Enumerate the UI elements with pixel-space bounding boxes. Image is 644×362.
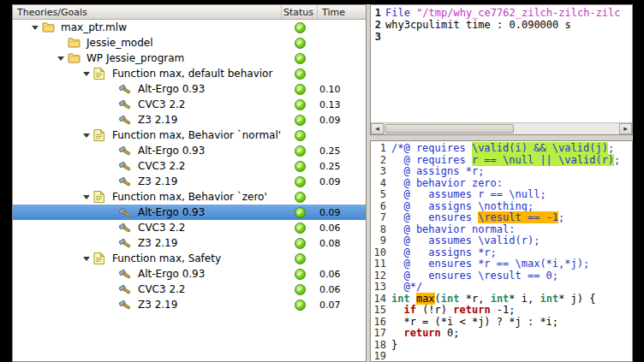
row-label: Z3 2.19 [136, 237, 282, 249]
status-valid-icon: ✔ [295, 284, 306, 295]
row-label: CVC3 2.2 [136, 222, 282, 234]
tree-row[interactable]: Z3 2.19✔0.09 [13, 112, 366, 128]
code-segment [410, 293, 416, 305]
tree-row[interactable]: Jessie_model✔ [13, 35, 366, 50]
code-line: 17 return 0; [373, 328, 632, 340]
status-valid-icon: ✔ [295, 161, 306, 172]
prover-output-text: 1File "/tmp/why_ce7762_zilch-zilch-zilc2… [371, 5, 632, 122]
row-label: CVC3 2.2 [136, 283, 282, 295]
tree-row[interactable]: Function max, Safety✔ [13, 251, 366, 266]
tree-row[interactable]: CVC3 2.2✔0.25 [13, 158, 366, 174]
prover-icon [119, 300, 136, 311]
indent-spacer [28, 135, 80, 136]
line-number: 19 [373, 351, 386, 362]
status-cell: ✔ [282, 145, 318, 157]
indent-spacer [28, 120, 105, 121]
output-horizontal-scrollbar[interactable]: ◂ ▸ [371, 122, 632, 134]
tree-row[interactable]: Alt-Ergo 0.93✔0.06 [13, 266, 366, 282]
row-label: Alt-Ergo 0.93 [136, 206, 282, 218]
row-label: Jessie_model [85, 37, 282, 49]
code-segment: @*/ [391, 281, 422, 293]
expander-icon[interactable] [80, 257, 93, 261]
code-line: 8 @ behavior normal: [373, 224, 632, 236]
prover-icon [119, 207, 136, 218]
prover-icon [119, 161, 136, 172]
row-label: Function max, Behavior `zero' [110, 191, 282, 203]
status-valid-icon: ✔ [295, 207, 306, 218]
code-line: 2 @ requires r == \null || \valid(r); [373, 155, 632, 167]
code-line: 2why3cpulimit time : 0.090000 s [373, 19, 632, 31]
time-cell: 0.09 [318, 176, 366, 187]
tree-row[interactable]: Z3 2.19✔0.08 [13, 235, 366, 251]
expander-icon[interactable] [80, 134, 93, 138]
status-valid-icon: ✔ [295, 84, 306, 95]
code-segment: \valid(i) && \valid(j) [472, 142, 608, 154]
status-cell: ✔ [282, 68, 318, 80]
indent-spacer [28, 151, 105, 151]
status-valid-icon: ✔ [295, 68, 306, 80]
line-number: 18 [373, 340, 386, 352]
line-number: 1 [373, 143, 386, 155]
line-text: return 0; [391, 328, 460, 340]
prover-output-panel[interactable]: 1File "/tmp/why_ce7762_zilch-zilch-zilc2… [370, 4, 633, 135]
scrollbar-track[interactable] [384, 123, 619, 134]
line-number: 9 [373, 235, 386, 247]
tree-row[interactable]: Alt-Ergo 0.93✔0.09 [13, 205, 366, 220]
column-header-time[interactable]: Time [318, 5, 366, 19]
row-label: Function max, Behavior `normal' [110, 129, 282, 141]
prover-icon [119, 284, 136, 295]
tree-row[interactable]: CVC3 2.2✔0.06 [13, 220, 366, 235]
code-segment: if [403, 304, 415, 316]
indent-spacer [28, 104, 105, 105]
indent-spacer [28, 305, 105, 306]
expander-icon[interactable] [80, 72, 93, 76]
code-line: 7 @ ensures \result == -1; [373, 212, 632, 224]
code-segment: @ ensures [391, 211, 478, 223]
tree-row[interactable]: Function max, Behavior `normal'✔ [13, 128, 366, 143]
line-text: @ ensures *r == \max(*i,*j); [391, 258, 589, 270]
column-header-status[interactable]: Status [282, 5, 318, 19]
status-cell: ✔ [282, 284, 318, 295]
scroll-right-button[interactable]: ▸ [619, 123, 632, 134]
tree-row[interactable]: Function max, default behavior✔ [13, 66, 366, 81]
line-text: @ assumes r == \null; [391, 189, 546, 201]
tree-row[interactable]: Alt-Ergo 0.93✔0.25 [13, 143, 366, 158]
tree-column-headers: Theories/Goals Status Time [13, 5, 366, 20]
line-text: if (!r) return -1; [391, 305, 516, 317]
line-text: *r = (*i < *j) ? *j : *i; [391, 317, 558, 329]
tree-row[interactable]: WP Jessie_program✔ [13, 50, 366, 66]
time-cell: 0.13 [318, 99, 366, 110]
code-segment: \result == -1 [478, 211, 558, 223]
source-code-panel[interactable]: 1/*@ requires \valid(i) && \valid(j);2 @… [370, 140, 633, 362]
tree-row[interactable]: Z3 2.19✔0.09 [13, 174, 366, 189]
scroll-left-button[interactable]: ◂ [371, 123, 384, 134]
line-text: @ assumes \valid(r); [391, 235, 540, 247]
expander-icon[interactable] [80, 195, 93, 199]
code-line: 1File "/tmp/why_ce7762_zilch-zilch-zilc [373, 7, 632, 19]
code-segment: @ requires [391, 154, 472, 166]
expander-icon[interactable] [54, 56, 68, 61]
status-valid-icon: ✔ [295, 192, 306, 203]
prover-icon [119, 238, 136, 249]
code-line: 13 @*/ [373, 282, 632, 294]
status-cell: ✔ [282, 192, 318, 203]
tree-row[interactable]: Function max, Behavior `zero'✔ [13, 189, 366, 205]
tree-row[interactable]: CVC3 2.2✔0.13 [13, 97, 366, 112]
code-segment: @ ensures *r == \max(*i,*j); [391, 258, 589, 270]
tree-row[interactable]: Z3 2.19✔0.07 [13, 297, 366, 312]
status-cell: ✔ [282, 84, 318, 95]
expander-icon[interactable] [28, 26, 42, 30]
row-label: Z3 2.19 [136, 299, 282, 311]
indent-spacer [28, 166, 105, 167]
tree-row[interactable]: CVC3 2.2✔0.06 [13, 282, 366, 297]
time-cell: 0.07 [318, 300, 366, 311]
code-segment: *r, [460, 293, 491, 305]
scrollbar-thumb[interactable] [385, 124, 514, 134]
line-text: @ assigns \nothing; [391, 201, 534, 213]
file-icon [93, 68, 110, 80]
tree-row[interactable]: Alt-Ergo 0.93✔0.10 [13, 81, 366, 97]
time-cell: 0.25 [318, 145, 366, 157]
column-header-theories-goals[interactable]: Theories/Goals [13, 5, 282, 19]
line-text: @ ensures \result == -1; [391, 212, 564, 224]
tree-row[interactable]: max_ptr.mlw✔ [13, 20, 366, 35]
